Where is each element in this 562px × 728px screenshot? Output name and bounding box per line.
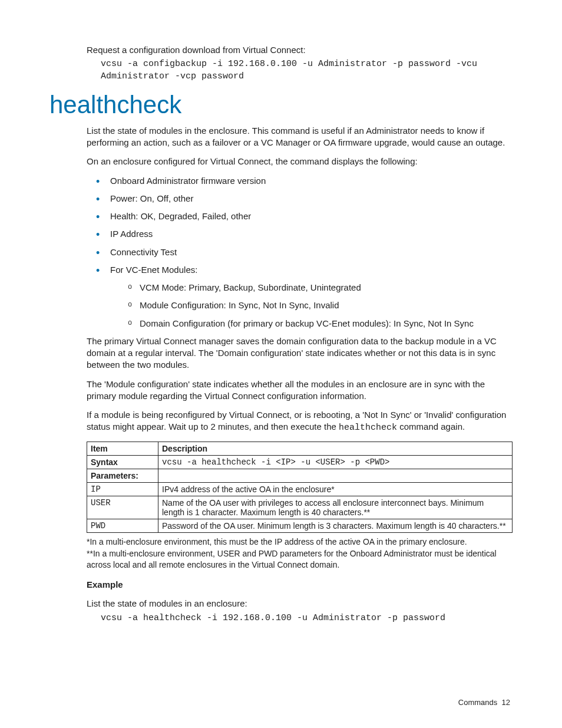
param-name: USER xyxy=(87,496,158,519)
param-desc: Name of the OA user with privileges to a… xyxy=(158,496,513,519)
table-row: IP IPv4 address of the active OA in the … xyxy=(87,482,513,496)
param-name: PWD xyxy=(87,519,158,532)
page-footer: Commands 12 xyxy=(458,698,510,707)
sub-list: VCM Mode: Primary, Backup, Subordinate, … xyxy=(110,282,513,330)
pre-section: Request a configuration download from Vi… xyxy=(87,44,513,83)
bullet-text: For VC-Enet Modules: xyxy=(110,265,197,275)
content-block: List the state of modules in the enclosu… xyxy=(87,125,513,624)
sub-item: Module Configuration: In Sync, Not In Sy… xyxy=(125,299,513,311)
bullet-item: For VC-Enet Modules: VCM Mode: Primary, … xyxy=(92,264,513,330)
table-row: Syntax vcsu -a healthcheck -i <IP> -u <U… xyxy=(87,455,513,469)
sub-item: Domain Configuration (for primary or bac… xyxy=(125,318,513,330)
inline-code: healthcheck xyxy=(339,423,397,433)
table-row: USER Name of the OA user with privileges… xyxy=(87,496,513,519)
table-row: PWD Password of the OA user. Minimum len… xyxy=(87,519,513,532)
paragraph-3: The primary Virtual Connect manager save… xyxy=(87,335,513,371)
parameters-table: Item Description Syntax vcsu -a healthch… xyxy=(87,442,513,533)
paragraph-4: The 'Module configuration' state indicat… xyxy=(87,378,513,403)
table-row: Parameters: xyxy=(87,469,513,482)
p5-post: command again. xyxy=(397,421,465,431)
section-heading: healthcheck xyxy=(49,91,513,119)
paragraph-1: List the state of modules in the enclosu… xyxy=(87,125,513,149)
paragraph-5: If a module is being reconfigured by Vir… xyxy=(87,409,513,434)
bullet-item: Health: OK, Degraded, Failed, other xyxy=(92,210,513,222)
example-code: vcsu -a healthcheck -i 192.168.0.100 -u … xyxy=(101,612,513,624)
parameters-empty xyxy=(158,469,513,482)
sub-item: VCM Mode: Primary, Backup, Subordinate, … xyxy=(125,282,513,294)
footnote-2: **In a multi-enclosure environment, USER… xyxy=(87,548,513,571)
syntax-value: vcsu -a healthcheck -i <IP> -u <USER> -p… xyxy=(158,455,513,469)
param-name: IP xyxy=(87,482,158,496)
col-description: Description xyxy=(158,442,513,455)
pre-code-block: vcsu -a configbackup -i 192.168.0.100 -u… xyxy=(101,58,513,83)
syntax-label: Syntax xyxy=(87,455,158,469)
bullet-item: Power: On, Off, other xyxy=(92,193,513,205)
param-desc: IPv4 address of the active OA in the enc… xyxy=(158,482,513,496)
footer-page: 12 xyxy=(502,698,510,707)
bullet-item: Onboard Administrator firmware version xyxy=(92,175,513,187)
page: Request a configuration download from Vi… xyxy=(0,0,562,728)
bullet-item: Connectivity Test xyxy=(92,246,513,258)
col-item: Item xyxy=(87,442,158,455)
table-header-row: Item Description xyxy=(87,442,513,455)
example-label: Example xyxy=(87,579,513,591)
paragraph-2: On an enclosure configured for Virtual C… xyxy=(87,156,513,167)
param-desc: Password of the OA user. Minimum length … xyxy=(158,519,513,532)
parameters-label: Parameters: xyxy=(87,469,158,482)
footer-section: Commands xyxy=(458,698,497,707)
bullet-list: Onboard Administrator firmware version P… xyxy=(87,175,513,330)
footnote-1: *In a multi-enclosure environment, this … xyxy=(87,536,513,548)
pre-intro: Request a configuration download from Vi… xyxy=(87,44,513,56)
example-intro: List the state of modules in an enclosur… xyxy=(87,598,513,610)
bullet-item: IP Address xyxy=(92,228,513,240)
